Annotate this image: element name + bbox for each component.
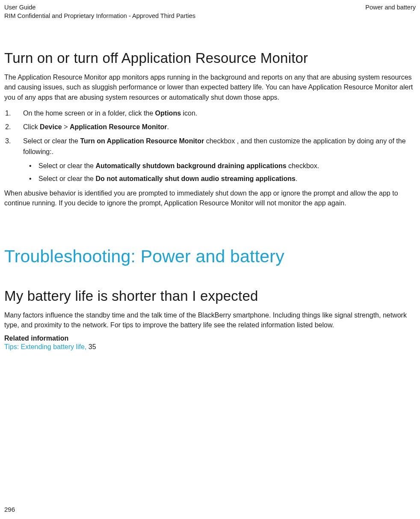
sub1-post: checkbox. xyxy=(287,162,319,169)
step-3-sublist: Select or clear the Automatically shutdo… xyxy=(23,161,416,184)
related-information-heading: Related information xyxy=(4,335,416,342)
sub2-post: . xyxy=(296,175,297,182)
step-3: Select or clear the Turn on Application … xyxy=(4,136,416,184)
chapter-title-troubleshooting: Troubleshooting: Power and battery xyxy=(4,246,416,267)
related-link-text: Tips: Extending battery life, xyxy=(4,343,89,350)
related-link-line: Tips: Extending battery life, 35 xyxy=(4,343,416,351)
page-number: 296 xyxy=(4,506,15,513)
sub1-bold: Automatically shutdown background draini… xyxy=(95,162,286,169)
substep-1: Select or clear the Automatically shutdo… xyxy=(23,161,416,171)
header-left: User Guide RIM Confidential and Propriet… xyxy=(4,3,195,20)
step-2-bold-2: Application Resource Monitor xyxy=(70,123,167,130)
sub2-pre: Select or clear the xyxy=(38,175,95,182)
header-confidentiality: RIM Confidential and Proprietary Informa… xyxy=(4,12,195,21)
step-3-bold: Turn on Application Resource Monitor xyxy=(80,137,204,145)
section-title-arm: Turn on or turn off Application Resource… xyxy=(4,50,416,66)
step-1-text-pre: On the home screen or in a folder, click… xyxy=(23,110,155,117)
header-doc-title: User Guide xyxy=(4,3,195,12)
step-1-bold: Options xyxy=(155,110,181,117)
arm-closing-paragraph: When abusive behavior is identified you … xyxy=(4,188,416,208)
arm-intro-paragraph: The Application Resource Monitor app mon… xyxy=(4,72,416,102)
related-link-page: 35 xyxy=(89,343,96,350)
battery-life-paragraph: Many factors influence the standby time … xyxy=(4,310,416,330)
step-1-text-post: icon. xyxy=(181,110,197,117)
step-2-bold-1: Device xyxy=(40,123,62,130)
page-header: User Guide RIM Confidential and Propriet… xyxy=(4,3,416,20)
step-2-mid: > xyxy=(62,123,70,130)
page: User Guide RIM Confidential and Propriet… xyxy=(0,0,420,519)
step-1: On the home screen or in a folder, click… xyxy=(4,108,416,119)
step-3-text-pre: Select or clear the xyxy=(23,137,80,145)
substep-2: Select or clear the Do not automatically… xyxy=(23,174,416,184)
arm-steps-list: On the home screen or in a folder, click… xyxy=(4,108,416,184)
section-title-battery-life: My battery life is shorter than I expect… xyxy=(4,288,416,304)
sub1-pre: Select or clear the xyxy=(38,162,95,169)
step-2-post: . xyxy=(167,123,169,130)
step-2-text-pre: Click xyxy=(23,123,40,130)
related-link[interactable]: Tips: Extending battery life, xyxy=(4,343,89,350)
sub2-bold: Do not automatically shut down audio str… xyxy=(95,175,296,182)
step-2: Click Device > Application Resource Moni… xyxy=(4,122,416,133)
header-section-name: Power and battery xyxy=(365,3,416,12)
